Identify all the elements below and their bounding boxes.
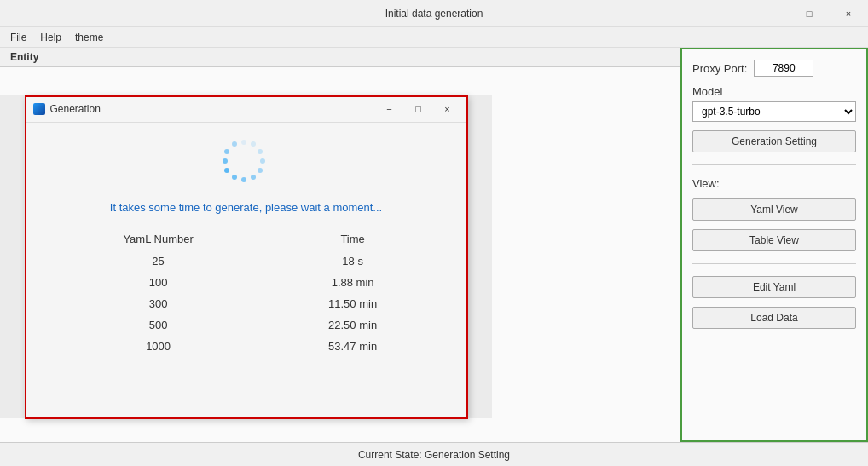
spinner-dot: [224, 149, 229, 154]
time-cell: 11.50 min: [265, 293, 441, 314]
dialog-title: Generation: [50, 103, 373, 115]
spinner-dot: [258, 168, 263, 173]
spinner-dot: [232, 175, 237, 180]
left-panel: Entity 表中无内容 Generation − □ × It take: [0, 48, 680, 442]
view-label: View:: [692, 177, 856, 190]
yaml-number-cell: 25: [52, 250, 265, 272]
menu-file[interactable]: File: [3, 30, 33, 45]
menu-theme[interactable]: theme: [68, 30, 110, 45]
proxy-port-input[interactable]: [754, 60, 813, 77]
yaml-number-cell: 1000: [52, 336, 265, 357]
edit-yaml-button[interactable]: Edit Yaml: [692, 276, 856, 298]
title-bar-controls: − □ ×: [750, 0, 868, 27]
spinner-dot: [241, 177, 246, 182]
yaml-view-button[interactable]: Yaml View: [692, 198, 856, 221]
dialog-close-button[interactable]: ×: [436, 101, 460, 118]
table-row: 2518 s: [52, 250, 441, 272]
modal-overlay: Generation − □ × It takes some time to g…: [0, 95, 492, 418]
dialog-icon: [33, 103, 45, 115]
dialog-maximize-button[interactable]: □: [407, 101, 431, 118]
spinner-dot: [241, 140, 246, 145]
generation-dialog: Generation − □ × It takes some time to g…: [25, 95, 468, 419]
yaml-number-cell: 300: [52, 293, 265, 314]
time-cell: 53.47 min: [265, 336, 441, 357]
title-bar: Initial data generation − □ ×: [0, 0, 868, 27]
time-cell: 1.88 min: [265, 272, 441, 293]
main-layout: Entity 表中无内容 Generation − □ × It take: [0, 48, 868, 442]
spinner-dot: [224, 168, 229, 173]
divider-1: [692, 164, 856, 165]
proxy-row: Proxy Port:: [692, 60, 856, 77]
close-button[interactable]: ×: [829, 0, 868, 27]
entity-header: Entity: [0, 48, 680, 67]
col-header-time: Time: [265, 227, 441, 250]
window-title: Initial data generation: [385, 8, 483, 20]
status-text: Current State: Generation Setting: [358, 449, 510, 461]
spinner-dot: [223, 158, 228, 164]
proxy-label: Proxy Port:: [692, 62, 747, 75]
generation-table: YamL Number Time 2518 s1001.88 min30011.…: [52, 227, 441, 357]
table-row: 100053.47 min: [52, 336, 441, 357]
spinner-dot: [251, 141, 256, 147]
spinner-dot: [258, 149, 263, 154]
menu-help[interactable]: Help: [33, 30, 68, 45]
load-data-button[interactable]: Load Data: [692, 307, 856, 329]
table-row: 50022.50 min: [52, 314, 441, 336]
model-select[interactable]: gpt-3.5-turbo gpt-4 gpt-4-turbo: [692, 101, 856, 122]
table-view-button[interactable]: Table View: [692, 229, 856, 251]
spinner-dot: [232, 141, 237, 147]
status-bar: Current State: Generation Setting: [0, 442, 868, 466]
table-row: 1001.88 min: [52, 272, 441, 293]
loading-spinner: [223, 140, 270, 187]
divider-2: [692, 263, 856, 264]
spinner-dot: [260, 158, 265, 164]
view-section: View:: [692, 177, 856, 190]
model-label: Model: [692, 85, 856, 98]
spinner-dot: [251, 175, 256, 180]
dialog-body: It takes some time to generate, please w…: [26, 123, 466, 374]
table-row: 30011.50 min: [52, 293, 441, 314]
yaml-number-cell: 500: [52, 314, 265, 336]
generation-setting-button[interactable]: Generation Setting: [692, 130, 856, 152]
menu-bar: File Help theme: [0, 27, 868, 48]
dialog-minimize-button[interactable]: −: [378, 101, 402, 118]
yaml-number-cell: 100: [52, 272, 265, 293]
time-cell: 18 s: [265, 250, 441, 272]
time-cell: 22.50 min: [265, 314, 441, 336]
col-header-yaml: YamL Number: [52, 227, 265, 250]
minimize-button[interactable]: −: [750, 0, 790, 27]
maximize-button[interactable]: □: [790, 0, 829, 27]
right-panel: Proxy Port: Model gpt-3.5-turbo gpt-4 gp…: [680, 48, 868, 442]
generating-text: It takes some time to generate, please w…: [110, 201, 382, 214]
dialog-title-bar: Generation − □ ×: [26, 97, 466, 123]
model-section: Model gpt-3.5-turbo gpt-4 gpt-4-turbo: [692, 85, 856, 122]
